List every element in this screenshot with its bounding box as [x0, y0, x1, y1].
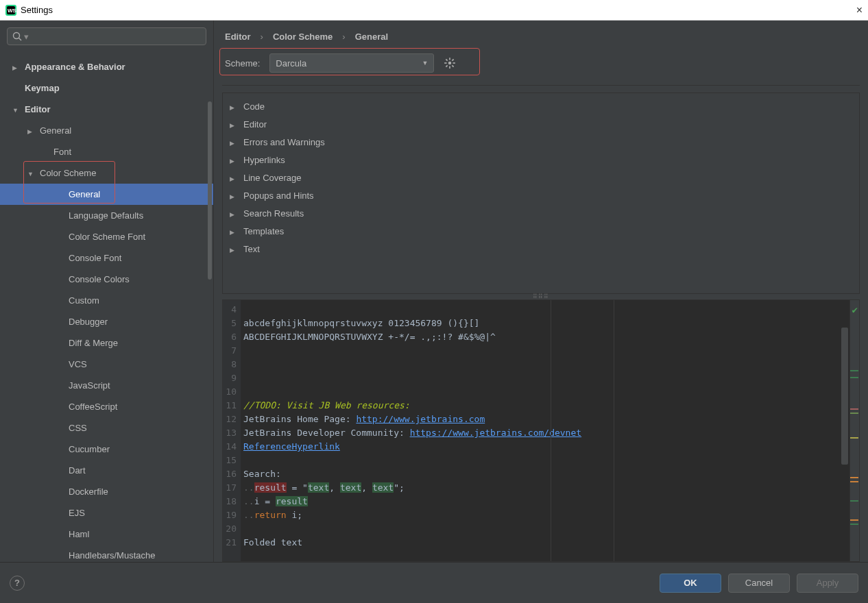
tree-node[interactable]: Color Scheme: [0, 162, 213, 184]
search-input[interactable]: ▾: [7, 27, 206, 45]
marker-stripe: ✔: [849, 300, 859, 561]
crumb-0[interactable]: Editor: [225, 32, 251, 42]
category-item[interactable]: Text: [223, 240, 859, 258]
tree-node-label: Debugger: [69, 317, 108, 327]
tree-node[interactable]: EJS: [0, 502, 213, 524]
chevron-right-icon: [230, 173, 239, 183]
chevron-right-icon: [12, 62, 21, 72]
tree-node[interactable]: Editor: [0, 99, 213, 120]
error-stripe[interactable]: [850, 377, 858, 378]
tree-node[interactable]: Debugger: [0, 311, 213, 332]
gear-icon[interactable]: [444, 57, 456, 69]
category-item[interactable]: Search Results: [223, 204, 859, 222]
margin-guide: [614, 300, 614, 561]
svg-line-12: [446, 65, 448, 66]
tree-node[interactable]: Diff & Merge: [0, 332, 213, 354]
error-stripe[interactable]: [850, 500, 858, 502]
tree-node[interactable]: Appearance & Behavior: [0, 56, 213, 77]
search-icon: [12, 31, 23, 42]
scheme-label: Scheme:: [225, 58, 260, 69]
scheme-select[interactable]: Darcula ▼: [269, 53, 434, 73]
tree-node[interactable]: General: [0, 184, 213, 205]
code-area[interactable]: abcdefghijklmnopqrstuvwxyz 0123456789 ()…: [241, 300, 581, 561]
tree-node-label: VCS: [69, 359, 87, 369]
tree-node[interactable]: Font: [0, 141, 213, 162]
category-label: Code: [243, 101, 265, 112]
error-stripe[interactable]: [850, 408, 858, 410]
tree-node-label: Console Font: [69, 253, 121, 263]
settings-tree: Appearance & BehaviorKeymapEditorGeneral…: [0, 52, 213, 562]
category-item[interactable]: Hyperlinks: [223, 151, 859, 169]
category-item[interactable]: Line Coverage: [223, 169, 859, 186]
svg-line-4: [19, 38, 22, 41]
analysis-ok-icon: ✔: [852, 303, 858, 317]
tree-node[interactable]: JavaScript: [0, 375, 213, 396]
error-stripe[interactable]: [850, 437, 858, 439]
apply-button[interactable]: Apply: [797, 574, 858, 593]
sidebar: ▾ Appearance & BehaviorKeymapEditorGener…: [0, 21, 214, 562]
tree-node[interactable]: Console Colors: [0, 269, 213, 290]
tree-node[interactable]: Dart: [0, 460, 213, 481]
tree-node[interactable]: Custom: [0, 290, 213, 311]
help-button[interactable]: ?: [10, 576, 25, 591]
tree-node-label: Color Scheme: [40, 168, 96, 178]
tree-node[interactable]: General: [0, 120, 213, 141]
tree-node-label: Font: [53, 147, 71, 157]
tree-node-label: Console Colors: [69, 274, 130, 284]
tree-node-label: Language Defaults: [69, 210, 143, 221]
category-label: Hyperlinks: [243, 155, 285, 165]
splitter[interactable]: ⠿⠿⠿: [222, 294, 860, 299]
tree-node-label: Editor: [25, 104, 51, 114]
category-label: Errors and Warnings: [243, 137, 325, 147]
ok-button[interactable]: OK: [660, 574, 721, 593]
tree-node[interactable]: Language Defaults: [0, 205, 213, 226]
tree-node-label: Keymap: [25, 83, 60, 93]
error-stripe[interactable]: [850, 519, 858, 521]
app-icon: WS: [5, 5, 16, 16]
chevron-right-icon: [27, 125, 36, 136]
error-stripe[interactable]: [850, 477, 858, 478]
category-list: CodeEditorErrors and WarningsHyperlinksL…: [222, 93, 860, 294]
tree-node[interactable]: CSS: [0, 417, 213, 439]
tree-node-label: CSS: [69, 423, 87, 433]
category-item[interactable]: Code: [223, 97, 859, 115]
tree-node[interactable]: CoffeeScript: [0, 396, 213, 417]
error-stripe[interactable]: [850, 413, 858, 414]
tree-node[interactable]: Keymap: [0, 77, 213, 99]
chevron-right-icon: ›: [261, 32, 263, 42]
chevron-down-icon: [27, 168, 36, 178]
tree-node[interactable]: Console Font: [0, 247, 213, 269]
category-label: Search Results: [243, 208, 304, 219]
category-item[interactable]: Errors and Warnings: [223, 133, 859, 151]
cancel-button[interactable]: Cancel: [728, 574, 790, 593]
category-item[interactable]: Popups and Hints: [223, 186, 859, 204]
svg-text:WS: WS: [8, 8, 16, 14]
error-stripe[interactable]: [850, 370, 858, 371]
tree-node[interactable]: VCS: [0, 354, 213, 375]
category-item[interactable]: Editor: [223, 115, 859, 133]
svg-point-5: [448, 62, 452, 65]
tree-node-label: Color Scheme Font: [69, 232, 145, 242]
category-item[interactable]: Templates: [223, 222, 859, 240]
close-icon[interactable]: ×: [856, 4, 863, 16]
svg-line-11: [453, 65, 454, 66]
scrollbar-thumb[interactable]: [841, 328, 848, 465]
chevron-right-icon: [230, 208, 239, 219]
tree-node[interactable]: Cucumber: [0, 439, 213, 460]
window-title: Settings: [21, 5, 53, 15]
scrollbar-thumb[interactable]: [208, 101, 212, 280]
tree-node[interactable]: Haml: [0, 524, 213, 545]
tree-node-label: Custom: [69, 295, 99, 306]
chevron-right-icon: [230, 101, 239, 112]
error-stripe[interactable]: [850, 524, 858, 525]
chevron-right-icon: [230, 244, 239, 254]
tree-node[interactable]: Handlebars/Mustache: [0, 545, 213, 562]
error-stripe[interactable]: [850, 481, 858, 482]
tree-node[interactable]: Color Scheme Font: [0, 226, 213, 247]
crumb-1[interactable]: Color Scheme: [273, 32, 333, 42]
category-label: Text: [243, 244, 260, 254]
chevron-right-icon: ›: [342, 32, 345, 42]
tree-node[interactable]: Dockerfile: [0, 481, 213, 502]
scheme-row: Scheme: Darcula ▼: [222, 45, 860, 86]
gutter: 456789101112131415161718192021: [223, 300, 241, 561]
